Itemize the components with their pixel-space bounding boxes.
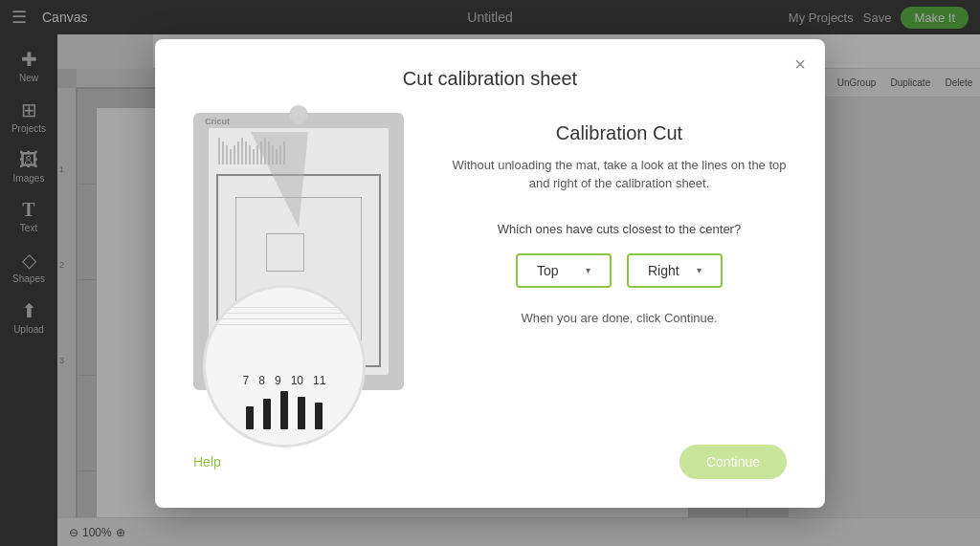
modal-title: Cut calibration sheet: [193, 68, 787, 90]
modal-dialog: × Cut calibration sheet Cricut: [155, 39, 825, 508]
arrow-overlay: [251, 132, 308, 228]
right-dropdown[interactable]: Right ▾: [627, 253, 723, 288]
bar-10: [298, 397, 305, 429]
num-10: 10: [291, 374, 303, 387]
dropdowns-row: Top ▾ Right ▾: [516, 253, 723, 288]
modal-close-button[interactable]: ×: [794, 55, 806, 74]
num-9: 9: [275, 374, 281, 387]
magnifier-scale-bars: [246, 391, 323, 429]
num-8: 8: [258, 374, 265, 387]
continue-button[interactable]: Continue: [679, 445, 787, 479]
bar-7: [246, 406, 254, 429]
bar-8: [263, 399, 271, 429]
modal-footer: Help Continue: [193, 445, 787, 479]
question-text: Which ones have cuts closest to the cent…: [498, 222, 741, 236]
bar-11: [315, 403, 323, 429]
top-dropdown-label: Top: [537, 263, 559, 278]
num-11: 11: [313, 374, 325, 387]
top-dropdown[interactable]: Top ▾: [516, 253, 612, 288]
help-button[interactable]: Help: [193, 454, 221, 470]
modal-body: Cricut: [193, 113, 787, 416]
done-text: When you are done, click Continue.: [521, 311, 717, 325]
right-dropdown-chevron: ▾: [697, 265, 702, 275]
mat-hole: [289, 105, 308, 124]
magnifier-scale-numbers: 7 8 9 10 11: [243, 374, 326, 387]
right-dropdown-label: Right: [648, 263, 679, 278]
modal-overlay: × Cut calibration sheet Cricut: [0, 0, 980, 546]
bar-9: [280, 391, 288, 429]
section-title: Calibration Cut: [556, 122, 682, 144]
top-dropdown-chevron: ▾: [586, 265, 590, 275]
magnifier-circle: 7 8 9 10 11: [203, 285, 366, 448]
section-description: Without unloading the mat, take a look a…: [452, 156, 787, 193]
modal-right-content: Calibration Cut Without unloading the ma…: [452, 113, 787, 325]
num-7: 7: [243, 374, 250, 387]
calibration-illustration: Cricut: [193, 113, 413, 390]
cricut-label: Cricut: [205, 117, 230, 126]
mat-image: Cricut: [193, 113, 404, 390]
